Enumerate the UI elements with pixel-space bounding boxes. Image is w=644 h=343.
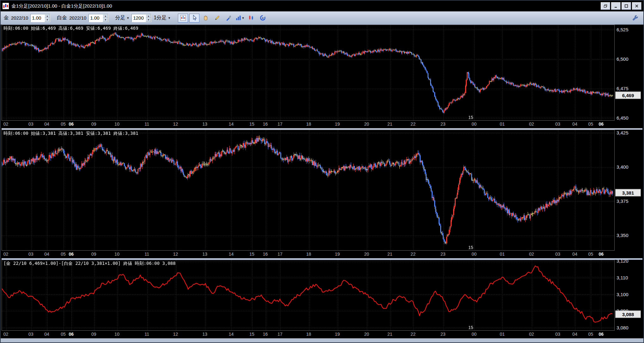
gold-ohlc-readout: 時刻:06:00 始値:6,469 高値:6,469 安値:6,469 終値:6… [3,26,138,31]
maximize-button[interactable] [622,2,631,10]
spread-chart-panel: [金 22/10 6,469×1.00]-[白金 22/10 3,381×1.0… [2,260,642,338]
timeframe-dropdown[interactable]: 1分足 ▼ [154,15,171,21]
hand-pan-icon [203,15,209,21]
titlebar: 金1分足[2022/10]1.00 - 白金1分足[2022/10]1.00 [1,1,643,11]
x-axis-label: 05 [61,252,66,257]
platinum-chart-canvas[interactable] [2,130,614,250]
chevron-down-icon: ▼ [126,16,129,20]
gold-multiplier-spinner[interactable]: 1.00 ▲▼ [30,14,50,22]
spin-down-button[interactable]: ▼ [45,18,50,22]
y-axis-label: 3,375 [617,198,629,203]
spinner-arrows: ▲▼ [45,14,50,22]
pencil-draw-button[interactable] [212,14,222,22]
x-axis-label: 10 [114,122,119,127]
chevron-down-icon: ▼ [242,16,245,20]
x-axis-label: 04 [44,332,49,337]
x-axis-label: 22 [410,252,416,257]
compare-chart-icon [248,15,254,21]
minimize-icon [614,4,618,8]
x-axis-label: 06 [598,332,604,337]
x-axis-label: 13 [203,252,208,257]
x-axis-label: 05 [588,332,593,337]
spread-readout: [金 22/10 6,469×1.00]-[白金 22/10 3,381×1.0… [3,261,176,266]
app-window: 金1分足[2022/10]1.00 - 白金1分足[2022/10]1.00 [0,0,644,343]
bar-count-value[interactable]: 1200 [132,14,146,22]
platinum-plot-area: 時刻:06:00 始値:3,381 高値:3,381 安値:3,381 終値:3… [2,130,615,251]
candlestick-chart-icon [180,15,186,21]
x-axis-label: 01 [500,252,505,257]
current-price-label: 3,088 [615,311,641,318]
spin-up-button[interactable]: ▲ [45,14,50,18]
y-axis-label: 3,080 [617,325,629,330]
x-axis-label: 15 [249,252,254,257]
tool-buttons: ▼ R [178,14,268,22]
indicator-bars-icon [235,15,241,21]
close-button[interactable] [632,2,641,10]
platinum-multiplier-value[interactable]: 1.00 [89,14,103,22]
gold-multiplier-value[interactable]: 1.00 [31,14,45,22]
interval-type-dropdown[interactable]: 分足 ▼ [115,15,129,21]
x-axis-label: 03 [28,332,33,337]
x-axis-label: 23 [440,252,446,257]
compare-chart-button[interactable] [246,14,256,22]
hand-pan-button[interactable] [201,14,211,22]
close-icon [635,4,639,8]
current-price-label: 3,381 [615,189,641,196]
x-axis-label: 14 [229,122,234,127]
candlestick-chart-button[interactable] [178,14,188,22]
platinum-month[interactable]: 2022/10 [69,15,86,21]
x-axis-label: 03 [555,252,560,257]
float-window-button[interactable] [601,2,610,10]
cursor-select-button[interactable] [189,14,199,22]
spin-up-button[interactable]: ▲ [103,14,108,18]
x-axis-label: 02 [529,332,534,337]
x-axis-label: 09 [91,122,96,127]
x-axis-label: 03 [28,122,33,127]
day-label: 15 [468,115,473,120]
x-axis-label: 03 [555,332,560,337]
x-axis-label: 23 [440,332,446,337]
x-axis-label: 13 [203,332,208,337]
x-axis-label: 04 [572,332,577,337]
x-axis-label: 19 [335,122,340,127]
x-axis-label: 13 [203,122,208,127]
y-axis-label: 6,500 [617,56,629,61]
x-axis-label: 12 [173,252,178,257]
y-axis-label: 3,400 [617,164,629,169]
platinum-multiplier-spinner[interactable]: 1.00 ▲▼ [88,14,108,22]
x-axis-label: 11 [145,332,149,337]
gold-month[interactable]: 2022/10 [11,15,28,21]
platinum-ohlc-readout: 時刻:06:00 始値:3,381 高値:3,381 安値:3,381 終値:3… [3,131,138,136]
x-axis-label: 04 [572,122,577,127]
x-axis-label: 21 [387,332,392,337]
reload-data-button[interactable]: R [258,14,268,22]
spread-chart-canvas[interactable] [2,260,614,330]
cursor-select-icon [191,15,197,21]
platinum-x-axis: 0203040506091011121314151617181920212223… [2,251,615,258]
float-window-icon [604,4,607,8]
x-axis-label: 10 [114,332,119,337]
x-axis-label: 06 [69,332,74,337]
x-axis-label: 06 [69,122,74,127]
spin-down-button[interactable]: ▼ [146,18,151,22]
x-axis-label: 10 [114,252,119,257]
day-label: 15 [468,325,473,330]
platinum-y-axis: 3,4253,4003,3753,3503,381 [615,130,642,258]
x-axis-label: 00 [472,332,477,337]
spin-up-button[interactable]: ▲ [146,14,151,18]
settings-wrench-button[interactable] [630,14,640,22]
gold-chart-canvas[interactable] [2,25,614,120]
x-axis-label: 11 [145,122,149,127]
y-axis-label: 3,110 [617,275,628,280]
spin-down-button[interactable]: ▼ [103,18,108,22]
spread-plot-area: [金 22/10 6,469×1.00]-[白金 22/10 3,381×1.0… [2,260,615,331]
x-axis-label: 22 [410,332,416,337]
pen-annotate-button[interactable] [223,14,234,22]
x-axis-label: 21 [387,122,392,127]
x-axis-label: 18 [306,252,311,257]
gold-label: 金 [4,15,9,21]
minimize-button[interactable] [611,2,621,10]
x-axis-label: 15 [249,122,254,127]
bar-count-spinner[interactable]: 1200 ▲▼ [131,14,151,22]
indicator-bars-button[interactable]: ▼ [235,14,245,22]
